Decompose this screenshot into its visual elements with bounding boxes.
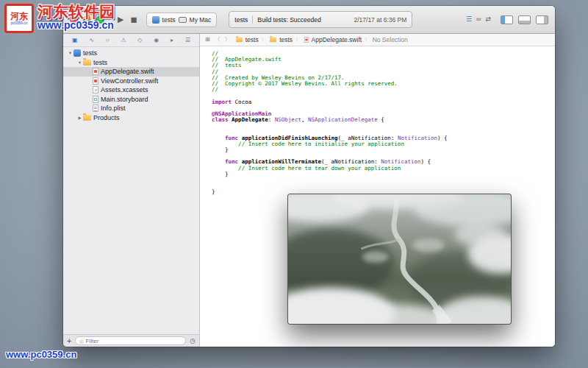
scheme-app-icon bbox=[152, 16, 159, 24]
filter-input[interactable]: ◎ bbox=[75, 336, 186, 345]
file-tree-item[interactable]: AppDelegate.swift bbox=[63, 67, 199, 77]
swift-icon bbox=[93, 68, 98, 75]
navigator-tab-bar: ▣∿○⚠◇◉▸☰ bbox=[63, 34, 199, 47]
toolbar-right-groups: ☰ ∞ ⇄ bbox=[466, 15, 548, 24]
file-tree-item[interactable]: Info.plist bbox=[63, 104, 199, 113]
toggle-debug-area-button[interactable] bbox=[518, 15, 531, 24]
editor-mode-buttons: ☰ ∞ ⇄ bbox=[466, 16, 490, 23]
code-line: // Insert code here to tear down your ap… bbox=[212, 166, 555, 171]
code-line: // Insert code here to initialize your a… bbox=[212, 141, 555, 147]
swift-icon bbox=[304, 37, 308, 43]
code-line: // bbox=[212, 87, 555, 93]
code-line bbox=[212, 123, 555, 129]
back-button[interactable]: 〈 bbox=[215, 37, 220, 43]
jumpbar-crumb[interactable]: tests bbox=[235, 36, 259, 43]
report-navigator-tab[interactable]: ☰ bbox=[185, 38, 190, 43]
file-name: ViewController.swift bbox=[101, 77, 158, 85]
code-line: // Copyright © 2017 Wesley Bevins. All r… bbox=[212, 81, 555, 87]
view-toggle-buttons bbox=[501, 15, 548, 24]
jumpbar-crumb[interactable]: No Selection bbox=[373, 36, 408, 43]
test-navigator-tab[interactable]: ◇ bbox=[137, 38, 142, 43]
site-watermark-bottom: www.pc0359.cn bbox=[6, 349, 76, 360]
crumb-label: tests bbox=[245, 36, 259, 43]
file-tree-item[interactable]: Assets.xcassets bbox=[63, 85, 199, 95]
code-line: import Cocoa bbox=[212, 99, 555, 105]
desktop: ▶ ◼ tests My Mac tests Build tests: Succ… bbox=[0, 0, 588, 368]
folder-icon bbox=[83, 60, 91, 66]
site-name: 河东软件园 bbox=[37, 4, 115, 20]
file-tree-item[interactable]: ▼tests bbox=[63, 58, 199, 68]
aerial-river-clouds-image bbox=[288, 194, 511, 324]
debug-navigator-tab[interactable]: ◉ bbox=[154, 38, 159, 43]
file-name: AppDelegate.swift bbox=[101, 68, 154, 75]
file-name: tests bbox=[83, 49, 97, 57]
filter-text-input[interactable] bbox=[86, 338, 183, 344]
run-button[interactable]: ▶ bbox=[118, 15, 123, 24]
version-editor-button[interactable]: ⇄ bbox=[485, 16, 490, 23]
file-tree-item[interactable]: ▼tests bbox=[63, 49, 199, 58]
code-line: // tests bbox=[212, 63, 555, 68]
toolbar: ▶ ◼ tests My Mac tests Build tests: Succ… bbox=[63, 6, 555, 34]
toggle-utilities-button[interactable] bbox=[536, 15, 548, 24]
file-tree-item[interactable]: ▶Products bbox=[63, 113, 199, 123]
project-file-tree: ▼tests▼testsAppDelegate.swiftViewControl… bbox=[63, 47, 199, 334]
storyboard-icon bbox=[93, 96, 98, 103]
video-overlay-window[interactable] bbox=[287, 194, 512, 325]
jump-bar: ⊞ 〈 〉 tests〉tests〉AppDelegate.swift〉No S… bbox=[200, 34, 555, 46]
activity-viewer: tests Build tests: Succeeded 2/17/17 at … bbox=[229, 11, 412, 28]
site-url-top: www.pc0359.cn bbox=[37, 20, 115, 31]
code-line: } bbox=[212, 171, 555, 177]
file-name: tests bbox=[93, 59, 107, 66]
recent-files-button[interactable]: ◷ bbox=[190, 338, 196, 344]
file-name: Assets.xcassets bbox=[101, 86, 148, 93]
seal-subtext: pc0359.cn bbox=[10, 21, 27, 25]
disclosure-triangle-icon[interactable]: ▶ bbox=[76, 116, 83, 120]
swift-icon bbox=[93, 77, 98, 85]
filter-icon: ◎ bbox=[79, 339, 83, 344]
file-name: Main.storyboard bbox=[101, 96, 148, 103]
scheme-name: tests bbox=[162, 16, 176, 24]
jumpbar-crumb[interactable]: tests bbox=[269, 36, 293, 43]
status-project: tests bbox=[234, 16, 248, 24]
status-message: Build tests: Succeeded bbox=[257, 16, 320, 24]
assistant-editor-button[interactable]: ∞ bbox=[476, 16, 480, 23]
navigator-sidebar: ▣∿○⚠◇◉▸☰ ▼tests▼testsAppDelegate.swiftVi… bbox=[63, 34, 200, 347]
disclosure-triangle-icon[interactable]: ▼ bbox=[67, 51, 74, 55]
file-name: Products bbox=[93, 114, 120, 121]
file-tree-item[interactable]: Main.storyboard bbox=[63, 95, 199, 105]
breadcrumb: tests〉tests〉AppDelegate.swift〉No Selecti… bbox=[235, 36, 408, 43]
crumb-separator-icon: 〉 bbox=[262, 37, 267, 43]
stop-button[interactable]: ◼ bbox=[130, 15, 137, 24]
status-divider bbox=[252, 15, 253, 24]
crumb-label: No Selection bbox=[373, 36, 408, 43]
sidebar-filter-bar: + ◎ ◷ bbox=[63, 334, 199, 347]
project-icon bbox=[74, 49, 81, 57]
folder-icon bbox=[83, 115, 91, 121]
site-logo-text: 河东软件园 www.pc0359.cn bbox=[37, 4, 115, 31]
related-items-icon[interactable]: ⊞ bbox=[205, 37, 210, 43]
toggle-navigator-button[interactable] bbox=[501, 15, 513, 24]
issue-navigator-tab[interactable]: ⚠ bbox=[121, 38, 126, 43]
assets-icon bbox=[93, 86, 98, 93]
jumpbar-crumb[interactable]: AppDelegate.swift bbox=[304, 36, 362, 43]
run-controls: ▶ ◼ bbox=[118, 15, 137, 24]
site-watermark-top: 河东 pc0359.cn 河东软件园 www.pc0359.cn bbox=[4, 4, 115, 33]
disclosure-triangle-icon[interactable]: ▼ bbox=[76, 60, 83, 65]
code-line: class AppDelegate: NSObject, NSApplicati… bbox=[212, 117, 555, 123]
source-control-navigator-tab[interactable]: ∿ bbox=[89, 38, 94, 43]
scheme-selector[interactable]: tests My Mac bbox=[146, 13, 218, 27]
find-navigator-tab[interactable]: ○ bbox=[106, 38, 110, 43]
crumb-label: AppDelegate.swift bbox=[312, 36, 362, 43]
forward-button[interactable]: 〉 bbox=[225, 37, 231, 43]
breakpoint-navigator-tab[interactable]: ▸ bbox=[171, 38, 173, 43]
project-navigator-tab[interactable]: ▣ bbox=[72, 38, 78, 43]
destination-display-icon bbox=[179, 17, 187, 23]
standard-editor-button[interactable]: ☰ bbox=[466, 16, 471, 23]
folder-icon bbox=[236, 38, 243, 42]
folder-icon bbox=[270, 38, 276, 42]
add-button[interactable]: + bbox=[67, 337, 71, 345]
file-tree-item[interactable]: ViewController.swift bbox=[63, 77, 199, 86]
code-line: } bbox=[212, 147, 555, 153]
crumb-separator-icon: 〉 bbox=[295, 37, 301, 43]
destination-name: My Mac bbox=[190, 16, 212, 24]
